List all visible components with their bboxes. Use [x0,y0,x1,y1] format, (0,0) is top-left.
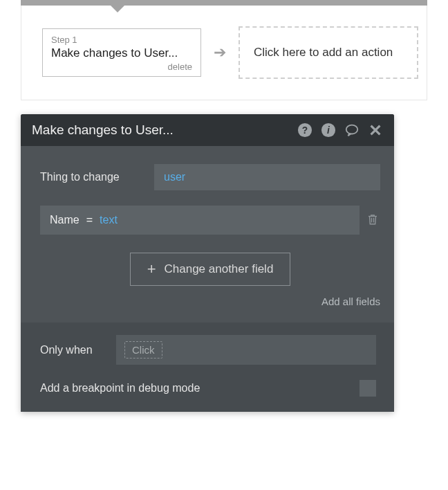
only-when-chip[interactable]: Click [124,341,162,359]
delete-step-link[interactable]: delete [51,62,192,72]
equals-sign: = [86,214,93,226]
add-all-fields-link[interactable]: Add all fields [40,296,380,307]
panel-title: Make changes to User... [32,122,297,138]
step-card[interactable]: Step 1 Make changes to User... delete [42,28,201,77]
thing-to-change-row: Thing to change user [40,164,380,190]
only-when-label: Only when [40,344,116,356]
only-when-input[interactable]: Click [116,335,376,365]
property-panel: Make changes to User... ? i Thing to cha… [21,114,394,412]
info-icon[interactable]: i [321,122,336,138]
panel-header: Make changes to User... ? i [21,114,394,146]
panel-header-icons: ? i [297,122,383,138]
change-another-field-button[interactable]: + Change another field [130,253,291,286]
step-title: Make changes to User... [51,46,192,60]
field-assignment-row: Name = text [40,206,380,235]
only-when-row: Only when Click [40,335,376,365]
trash-icon[interactable] [366,212,380,228]
breakpoint-label: Add a breakpoint in debug mode [40,382,200,394]
svg-point-4 [346,125,358,134]
close-icon[interactable] [368,122,383,138]
arrow-right-icon: ➔ [214,44,226,62]
field-assignment-input[interactable]: Name = text [40,206,360,235]
add-action-placeholder[interactable]: Click here to add an action [239,26,418,79]
thing-value: user [164,171,185,183]
workflow-connector-bar [21,0,427,6]
step-number-label: Step 1 [51,35,192,45]
thing-to-change-input[interactable]: user [154,164,380,190]
help-icon[interactable]: ? [297,122,312,138]
thing-to-change-label: Thing to change [40,171,154,183]
breakpoint-checkbox[interactable] [360,380,376,397]
change-another-label: Change another field [165,262,274,276]
plus-icon: + [147,262,156,277]
field-value: text [100,214,118,226]
comment-icon[interactable] [344,122,360,138]
workflow-panel: Step 1 Make changes to User... delete ➔ … [21,6,427,100]
change-another-row: + Change another field [40,253,380,286]
connector-caret-icon [111,6,124,12]
panel-body: Thing to change user Name = text + [21,146,394,323]
panel-footer: Only when Click Add a breakpoint in debu… [21,323,394,412]
svg-text:?: ? [302,125,308,136]
breakpoint-row: Add a breakpoint in debug mode [40,380,376,397]
field-name: Name [50,214,80,226]
